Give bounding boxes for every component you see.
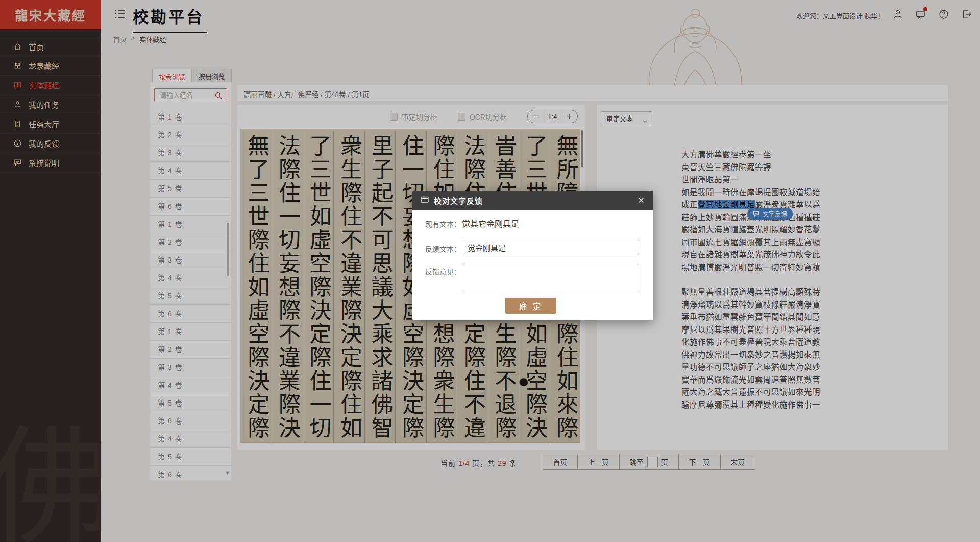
collation-platform-app: 龍宋大藏經 首页龙泉藏经实体藏经我的任务任务大厅我的反馈系统说明 佛 校勘平台 … [0, 0, 980, 542]
feedback-comment-textarea[interactable] [462, 263, 640, 291]
feedback-text-input[interactable] [462, 240, 640, 255]
modal-title: 校对文字反馈 [434, 195, 483, 206]
modal-header[interactable]: 校对文字反馈 [412, 191, 653, 210]
current-text-label: 现有文本： [425, 219, 461, 229]
feedback-text-label: 反馈文本： [425, 244, 461, 254]
window-icon [421, 196, 429, 205]
close-icon[interactable]: ✕ [636, 195, 646, 205]
feedback-modal: 校对文字反馈 ✕ 现有文本： 觉其它金刚具足 反馈文本： 反馈意见： 确 定 [412, 191, 653, 320]
confirm-button[interactable]: 确 定 [505, 298, 556, 314]
current-text-value: 觉其它金刚具足 [462, 217, 519, 229]
feedback-comment-label: 反馈意见： [425, 266, 461, 276]
